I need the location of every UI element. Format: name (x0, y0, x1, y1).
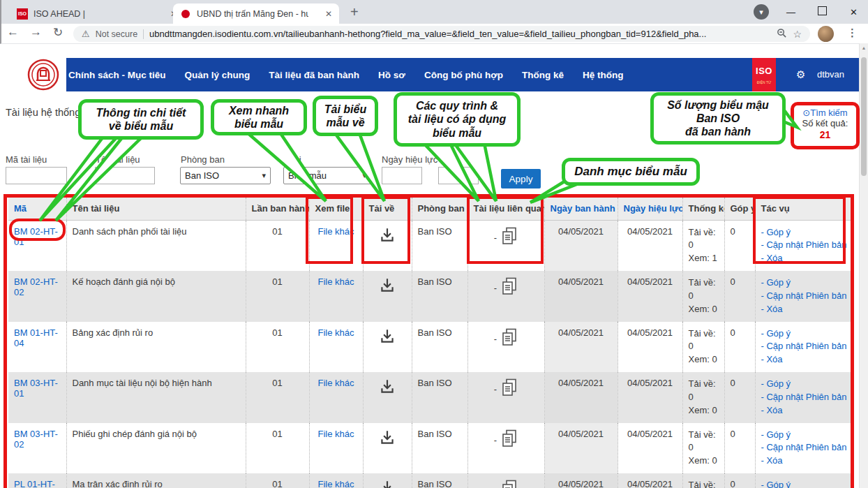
stat-line: Xem: 0 (689, 303, 719, 316)
bookmark-star-icon[interactable]: ☆ (793, 29, 802, 40)
chevron-down-icon: ▾ (262, 171, 266, 180)
related-document-icon[interactable] (501, 479, 518, 488)
file-khac-link[interactable]: File khác (317, 327, 354, 338)
row-action-link[interactable]: - Góp ý (761, 480, 791, 488)
cell-stats: Tải về: 0Xem: 0 (682, 372, 724, 423)
cell-stats: Tải về: 1Xem: 2 (682, 473, 724, 488)
nav-item[interactable]: Hệ thống (583, 70, 624, 80)
stat-line: Xem: 1 (689, 252, 719, 265)
ngay-hieu-luc-input-1[interactable] (382, 167, 422, 184)
site-logo (20, 56, 66, 93)
related-document-icon[interactable] (501, 378, 518, 401)
nav-item[interactable]: Thống kê (522, 70, 564, 80)
related-document-icon[interactable] (501, 226, 518, 249)
table-row: BM 01-HT-04Bảng xác định rủi ro01File kh… (8, 322, 853, 373)
iso-dientu-logo: ISO ĐIỆN TỬ (752, 58, 776, 91)
row-action-link[interactable]: - Góp ý (761, 328, 791, 339)
page-scrollbar[interactable]: ▲ (859, 43, 868, 488)
download-icon[interactable] (378, 337, 396, 348)
tab-close-icon[interactable]: ✕ (325, 9, 332, 19)
ngay-hieu-luc-input-2[interactable] (438, 167, 479, 184)
nav-item[interactable]: Quản lý chung (185, 70, 250, 80)
minimize-button[interactable]: — (775, 7, 807, 17)
doc-code-link[interactable]: BM 01-HT-04 (14, 327, 58, 348)
row-action-link[interactable]: - Góp ý (761, 227, 791, 237)
nav-item[interactable]: Hồ sơ (378, 70, 405, 80)
related-document-icon[interactable] (501, 276, 518, 300)
doc-code-link[interactable]: BM 03-HT-01 (14, 378, 58, 399)
column-header[interactable]: Mã (8, 198, 66, 220)
download-icon[interactable] (378, 286, 396, 297)
row-action-link[interactable]: - Xóa (761, 253, 783, 263)
chevron-down-icon: ▾ (362, 171, 366, 180)
ma-tai-lieu-input[interactable] (6, 167, 67, 184)
doc-code-link[interactable]: PL 01-HT-04 (14, 479, 55, 488)
row-action-link[interactable]: - Góp ý (761, 277, 791, 288)
maximize-button[interactable] (807, 6, 838, 17)
apply-button[interactable]: Apply (501, 169, 541, 188)
row-action-link[interactable]: - Xóa (761, 455, 783, 466)
phong-ban-select[interactable]: Ban ISO ▾ (180, 167, 271, 184)
forward-button[interactable]: → (30, 25, 42, 40)
column-header: Phòng ban (412, 198, 467, 220)
download-icon[interactable] (378, 236, 396, 246)
warning-icon[interactable]: ⚠ (82, 29, 90, 39)
download-icon[interactable] (378, 387, 396, 398)
doc-code-link[interactable]: BM 02-HT-01 (14, 226, 58, 247)
file-khac-link[interactable]: File khác (317, 479, 354, 488)
cell-issued-date: 04/05/2021 (544, 322, 618, 373)
gear-icon[interactable]: ⚙ (796, 68, 805, 81)
row-action-link[interactable]: - Xóa (761, 304, 783, 314)
reload-button[interactable]: ↻ (53, 25, 63, 40)
row-action-link[interactable]: - Cập nhật Phiên bản (761, 341, 847, 351)
callout-download: Tải biểu mẫu về (313, 96, 378, 136)
address-bar[interactable]: ⚠ Not secure ubndttmangden.isodientu.com… (73, 26, 810, 42)
nav-item[interactable]: Tài liệu đã ban hành (269, 70, 359, 80)
scroll-up-icon[interactable]: ▲ (860, 45, 868, 50)
zoom-out-icon[interactable] (777, 28, 787, 40)
row-action-link[interactable]: - Cập nhật Phiên bản (761, 290, 847, 301)
doc-code-link[interactable]: BM 02-HT-02 (14, 276, 58, 297)
browser-menu-icon[interactable]: ⋮ (847, 27, 858, 39)
ten-tai-lieu-input[interactable] (95, 167, 155, 184)
row-action-link[interactable]: - Góp ý (761, 378, 791, 389)
url-text[interactable]: ubndttmangden.isodientu.com.vn/tailieuba… (149, 29, 771, 39)
row-action-link[interactable]: - Cập nhật Phiên bản (761, 442, 847, 452)
cell-stats: Tải về: 0Xem: 0 (682, 271, 724, 322)
tab-search-button[interactable]: ▾ (754, 4, 769, 20)
nav-item[interactable]: Chính sách - Mục tiêu (68, 70, 166, 80)
nav-item[interactable]: Công bố phù hợp (424, 70, 503, 80)
scrollbar-thumb[interactable] (861, 57, 867, 176)
row-action-link[interactable]: - Cập nhật Phiên bản (761, 239, 847, 250)
close-button[interactable]: ✕ (838, 7, 868, 17)
row-action-link[interactable]: - Góp ý (761, 429, 791, 440)
row-action-link[interactable]: - Cập nhật Phiên bản (761, 392, 847, 402)
logged-in-user[interactable]: dtbvan (817, 69, 844, 80)
cell-comments: 0 (724, 322, 755, 373)
download-icon[interactable] (378, 438, 396, 449)
select-value: Biểu mẫu (288, 170, 327, 181)
results-count: 21 (794, 129, 856, 140)
stat-line: Tải về: 1 (689, 479, 719, 488)
table-row: BM 02-HT-02Kế hoạch đánh giá nội bộ01Fil… (8, 271, 853, 322)
cell-effective-date: 04/05/2021 (618, 473, 682, 488)
profile-avatar[interactable] (818, 26, 834, 42)
browser-tab-active[interactable]: UBND thị trấn Măng Đen - huyện ✕ (173, 3, 339, 24)
file-khac-link[interactable]: File khác (317, 226, 354, 237)
file-khac-link[interactable]: File khác (317, 276, 354, 287)
file-khac-link[interactable]: File khác (317, 378, 354, 388)
doc-code-link[interactable]: BM 03-HT-02 (14, 429, 58, 450)
loai-select[interactable]: Biểu mẫu ▾ (283, 167, 371, 184)
maximize-icon (818, 6, 827, 15)
column-header[interactable]: Ngày ban hành▼ (544, 198, 618, 220)
row-action-link[interactable]: - Xóa (761, 405, 783, 415)
file-khac-link[interactable]: File khác (317, 429, 354, 439)
back-button[interactable]: ← (7, 25, 19, 40)
related-document-icon[interactable] (501, 429, 518, 452)
row-action-link[interactable]: - Xóa (761, 354, 783, 364)
related-document-icon[interactable] (501, 327, 518, 350)
browser-tab-inactive[interactable]: ISO ISO AHEAD | ✕ (10, 3, 185, 24)
tim-kiem-link[interactable]: ⊙Tìm kiếm (794, 108, 856, 118)
new-tab-button[interactable]: + (350, 4, 359, 20)
column-header[interactable]: Ngày hiệu lực (618, 198, 682, 220)
